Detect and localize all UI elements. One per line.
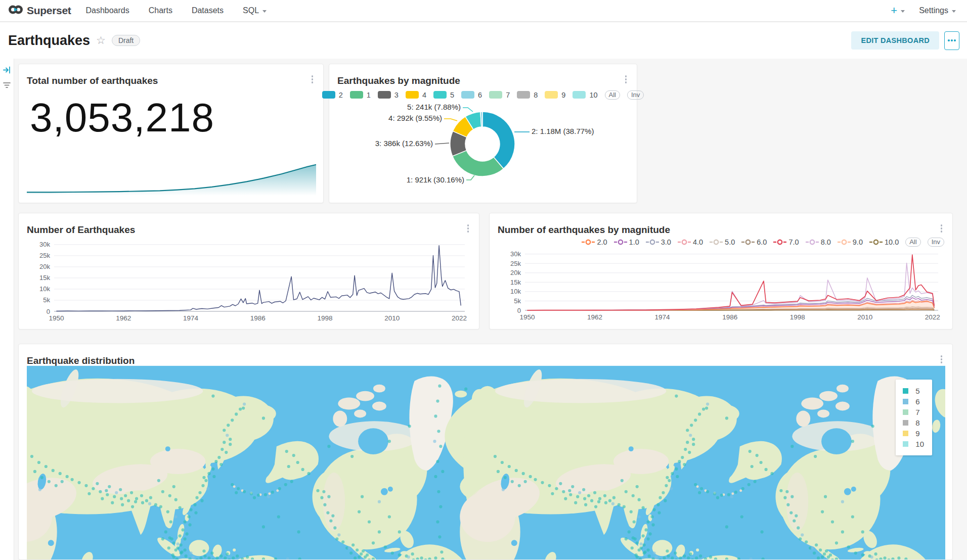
chart-menu-kebab-icon[interactable] — [623, 71, 629, 87]
superset-logo[interactable]: Superset — [0, 3, 76, 18]
donut-chart[interactable]: 2: 1.18M (38.77%)1: 921k (30.16%)3: 386k… — [337, 101, 629, 192]
legend-item-magnitude-5[interactable]: 5 — [433, 91, 454, 99]
chart-title: Earthquakes by magnitude — [337, 75, 460, 86]
legend-invert-button[interactable]: Inv — [627, 90, 644, 100]
big-number-value: 3,053,218 — [30, 95, 315, 141]
expand-right-icon — [3, 66, 11, 74]
nav-item-datasets[interactable]: Datasets — [182, 0, 233, 21]
svg-text:1998: 1998 — [790, 313, 805, 321]
line-chart-by-magnitude[interactable]: 30k25k20k15k10k5k01950196219741986199820… — [498, 247, 944, 324]
svg-text:4: 292k (9.55%): 4: 292k (9.55%) — [388, 114, 442, 122]
line-chart-total[interactable]: 30k25k20k15k10k5k01950196219741986199820… — [27, 237, 471, 325]
line-series-marker-icon — [773, 239, 786, 245]
line-series-marker-icon — [838, 239, 851, 245]
legend-item-magnitude-5.0[interactable]: 5.0 — [710, 238, 735, 246]
status-badge: Draft — [112, 35, 140, 46]
svg-text:10k: 10k — [39, 285, 50, 293]
legend-item-magnitude-2[interactable]: 2 — [322, 91, 343, 99]
chart-menu-kebab-icon[interactable] — [465, 220, 471, 237]
legend-item-magnitude-7.0[interactable]: 7.0 — [773, 238, 799, 246]
nav-item-sql[interactable]: SQL — [233, 0, 276, 21]
svg-text:1974: 1974 — [183, 314, 199, 322]
svg-text:5k: 5k — [43, 296, 50, 304]
new-item-button[interactable]: + — [891, 4, 905, 17]
legend-all-button[interactable]: All — [605, 90, 620, 100]
svg-text:20k: 20k — [39, 263, 50, 270]
chart-card-total-earthquakes: Total number of earthquakes 3,053,218 — [18, 64, 324, 203]
legend-item-magnitude-7[interactable]: 7 — [489, 91, 510, 99]
svg-text:30k: 30k — [510, 250, 521, 258]
expand-filter-bar-button[interactable] — [0, 66, 14, 74]
svg-text:1962: 1962 — [587, 313, 602, 321]
brand-name: Superset — [27, 5, 71, 17]
chart-menu-kebab-icon[interactable] — [939, 351, 945, 367]
legend-swatch — [545, 91, 558, 99]
legend-item-magnitude-3.0[interactable]: 3.0 — [646, 238, 671, 246]
settings-menu[interactable]: Settings — [919, 6, 956, 15]
favorite-star-icon[interactable]: ☆ — [96, 34, 106, 46]
legend-item-magnitude-9[interactable]: 9 — [545, 91, 565, 99]
chart-title: Total number of earthquakes — [27, 75, 158, 86]
nav-item-charts[interactable]: Charts — [139, 0, 182, 21]
svg-text:2022: 2022 — [925, 313, 940, 321]
big-number-sparkline — [27, 162, 315, 198]
svg-text:1962: 1962 — [116, 314, 131, 322]
svg-text:5k: 5k — [514, 297, 521, 304]
legend-item-magnitude-3[interactable]: 3 — [378, 91, 399, 99]
svg-text:3: 386k (12.63%): 3: 386k (12.63%) — [375, 139, 433, 148]
legend-item-magnitude-10.0[interactable]: 10.0 — [869, 238, 899, 246]
map-legend-item-5: 5 — [903, 386, 924, 396]
svg-text:2022: 2022 — [452, 314, 467, 322]
legend-item-magnitude-6[interactable]: 6 — [461, 91, 482, 99]
chart-menu-kebab-icon[interactable] — [310, 71, 316, 87]
legend-item-magnitude-1[interactable]: 1 — [350, 91, 371, 99]
chart-menu-kebab-icon[interactable] — [939, 220, 945, 237]
svg-text:25k: 25k — [510, 259, 521, 267]
chart-card-earthquake-distribution: Earthquake distribution — [18, 344, 953, 560]
more-options-button[interactable] — [944, 31, 959, 50]
legend-swatch — [322, 91, 335, 99]
dashboard-header: Earthquakes ☆ Draft EDIT DASHBOARD — [0, 22, 967, 59]
navbar-right: + Settings — [891, 4, 967, 17]
filter-icon — [3, 81, 11, 89]
legend-item-magnitude-4[interactable]: 4 — [406, 91, 426, 99]
legend-swatch — [461, 91, 474, 99]
legend-item-magnitude-8[interactable]: 8 — [517, 91, 538, 99]
legend-item-magnitude-8.0[interactable]: 8.0 — [806, 238, 831, 246]
chart-title: Number of Earthquakes — [27, 224, 135, 236]
svg-text:25k: 25k — [39, 252, 50, 259]
svg-text:20k: 20k — [510, 269, 521, 276]
world-map[interactable]: 5678910 — [27, 365, 944, 559]
edit-dashboard-button[interactable]: EDIT DASHBOARD — [851, 31, 939, 50]
chart-title: Earthquake distribution — [27, 355, 135, 366]
map-legend-item-7: 7 — [903, 407, 924, 417]
superset-dashboard-page: Superset Dashboards Charts Datasets SQL … — [0, 0, 967, 560]
svg-text:15k: 15k — [510, 278, 521, 286]
map-legend-item-9: 9 — [903, 428, 924, 439]
legend-swatch — [378, 91, 391, 99]
top-navbar: Superset Dashboards Charts Datasets SQL … — [0, 0, 967, 22]
svg-text:2010: 2010 — [857, 313, 872, 321]
legend-all-button[interactable]: All — [905, 238, 920, 247]
filter-bar-collapsed — [0, 59, 14, 560]
legend-item-magnitude-6.0[interactable]: 6.0 — [741, 238, 767, 246]
legend-invert-button[interactable]: Inv — [928, 238, 944, 247]
svg-text:1950: 1950 — [49, 314, 64, 322]
legend-item-magnitude-9.0[interactable]: 9.0 — [838, 238, 863, 246]
chart-title: Number of earthquakes by magnitude — [498, 224, 670, 236]
legend-item-magnitude-2.0[interactable]: 2.0 — [582, 238, 607, 246]
nav-menu: Dashboards Charts Datasets SQL — [76, 0, 276, 21]
magnitude-line-legend: 2.01.03.04.05.06.07.08.09.010.0AllInv — [498, 238, 944, 247]
nav-item-dashboards[interactable]: Dashboards — [76, 0, 139, 21]
filter-icon-button[interactable] — [0, 81, 14, 89]
line-series-marker-icon — [582, 239, 595, 245]
svg-text:30k: 30k — [39, 241, 50, 248]
page-title: Earthquakes — [8, 33, 90, 49]
legend-item-magnitude-4.0[interactable]: 4.0 — [678, 238, 703, 246]
legend-item-magnitude-1.0[interactable]: 1.0 — [614, 238, 639, 246]
legend-item-magnitude-10[interactable]: 10 — [573, 91, 597, 99]
donut-legend: 21345678910AllInv — [337, 90, 629, 100]
line-series-marker-icon — [614, 239, 627, 245]
svg-text:1986: 1986 — [250, 314, 266, 322]
chevron-down-icon — [901, 10, 905, 13]
